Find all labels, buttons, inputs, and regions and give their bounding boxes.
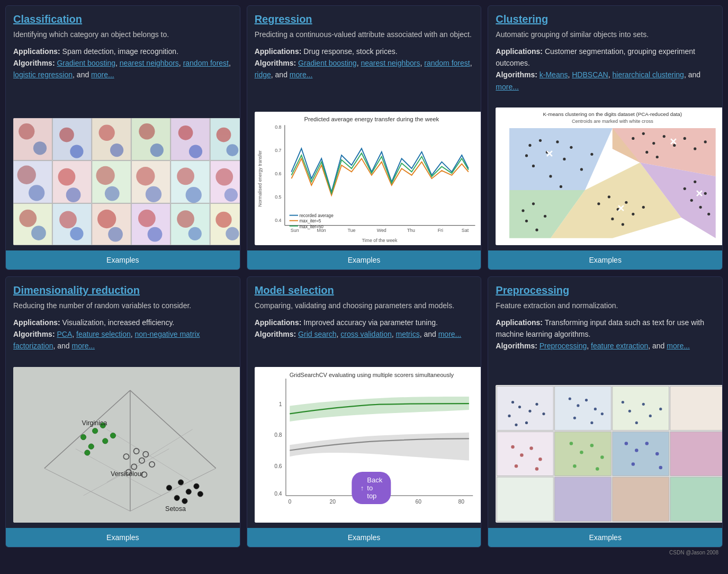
- algo-link-ridge-reg[interactable]: ridge: [255, 70, 271, 79]
- examples-button-model[interactable]: Examples: [247, 528, 481, 547]
- applications-label-clust: Applications:: [496, 47, 543, 56]
- examples-button-preprocessing[interactable]: Examples: [488, 528, 722, 547]
- algo-more-dimred[interactable]: more...: [72, 342, 95, 350]
- card-title-clustering[interactable]: Clustering: [496, 13, 715, 25]
- svg-rect-186: [497, 432, 554, 476]
- card-image-regression: Predicted average energy transfer during…: [255, 112, 482, 245]
- algo-link-prep[interactable]: Preprocessing: [540, 342, 587, 350]
- algo-link-cv[interactable]: cross validation: [340, 330, 392, 338]
- card-meta-model: Applications: Improved accuracy via para…: [255, 317, 474, 340]
- svg-rect-133: [13, 367, 240, 523]
- examples-button-classification[interactable]: Examples: [6, 250, 240, 270]
- examples-button-dimred[interactable]: Examples: [6, 528, 240, 547]
- svg-text:0.7: 0.7: [275, 147, 281, 153]
- svg-rect-192: [613, 477, 669, 521]
- algo-link-gb-reg[interactable]: Gradient boosting: [298, 59, 357, 67]
- algorithms-label-clust: Algorithms:: [496, 70, 537, 79]
- card-dimred: Dimensionality reduction Reducing the nu…: [5, 276, 240, 548]
- back-to-top-button[interactable]: ↑ Back to top: [352, 472, 391, 504]
- svg-point-88: [529, 144, 532, 147]
- algo-link-lr-clf[interactable]: logistic regression: [13, 70, 73, 79]
- card-title-model[interactable]: Model selection: [255, 284, 474, 297]
- svg-text:Versicolour: Versicolour: [111, 470, 143, 478]
- svg-point-116: [632, 213, 635, 216]
- svg-point-36: [224, 189, 238, 202]
- svg-point-218: [539, 458, 542, 461]
- algo-link-rf-reg[interactable]: random forest: [424, 59, 470, 67]
- svg-point-224: [600, 456, 604, 459]
- svg-point-17: [217, 128, 231, 142]
- card-desc-clustering: Automatic grouping of similar objects in…: [496, 30, 715, 40]
- svg-point-123: [704, 192, 707, 195]
- algo-link-fs[interactable]: feature selection: [76, 330, 131, 338]
- svg-point-227: [625, 442, 628, 445]
- card-desc-model: Comparing, validating and choosing param…: [255, 301, 474, 311]
- algo-more-clf[interactable]: more...: [91, 70, 114, 79]
- algorithms-label-model: Algorithms:: [255, 330, 296, 338]
- svg-point-130: [525, 220, 528, 222]
- card-desc-classification: Identifying which category an object bel…: [13, 30, 232, 40]
- watermark-text: CSDN @Jason 2008: [5, 548, 723, 558]
- svg-point-47: [97, 210, 116, 228]
- algo-link-rf-clf[interactable]: random forest: [183, 59, 229, 67]
- algo-more-prep[interactable]: more...: [667, 342, 690, 350]
- svg-point-48: [108, 227, 123, 242]
- card-clustering: Clustering Automatic grouping of similar…: [488, 5, 723, 270]
- svg-point-200: [543, 412, 545, 415]
- svg-point-217: [530, 447, 533, 450]
- svg-rect-182: [497, 387, 554, 431]
- card-title-classification[interactable]: Classification: [13, 13, 232, 25]
- svg-point-199: [525, 421, 528, 424]
- card-meta-dimred: Applications: Visualization, increased e…: [13, 317, 232, 352]
- svg-point-12: [110, 144, 123, 157]
- examples-button-regression[interactable]: Examples: [247, 250, 481, 270]
- examples-button-clustering[interactable]: Examples: [488, 250, 722, 270]
- card-content-model: Model selection Comparing, validating an…: [247, 277, 481, 363]
- algo-link-nn-clf[interactable]: nearest neighbors: [120, 59, 179, 67]
- card-image-classification: [13, 118, 240, 245]
- svg-point-14: [150, 144, 164, 157]
- algo-link-gb-clf[interactable]: Gradient boosting: [57, 59, 115, 67]
- algo-link-hc[interactable]: hierarchical clustering: [613, 70, 684, 79]
- svg-point-219: [515, 464, 518, 468]
- card-title-preprocessing[interactable]: Preprocessing: [496, 284, 715, 297]
- algo-link-fe[interactable]: feature extraction: [591, 342, 648, 350]
- algorithms-label-prep: Algorithms:: [496, 342, 537, 350]
- svg-point-27: [58, 168, 76, 186]
- applications-label: Applications:: [13, 47, 60, 56]
- svg-point-194: [511, 401, 514, 403]
- svg-point-232: [659, 466, 662, 469]
- back-to-top-icon: ↑: [361, 484, 364, 492]
- svg-point-198: [536, 403, 538, 406]
- svg-point-205: [594, 408, 597, 410]
- algo-link-pca[interactable]: PCA: [57, 330, 72, 338]
- algorithms-label-reg: Algorithms:: [255, 59, 296, 67]
- svg-point-159: [92, 428, 97, 433]
- svg-text:Sun: Sun: [291, 228, 299, 233]
- svg-point-49: [138, 210, 156, 227]
- svg-point-94: [563, 158, 566, 160]
- svg-point-10: [70, 145, 83, 158]
- algo-link-km[interactable]: k-Means: [540, 70, 568, 79]
- applications-text-dimred: Visualization, increased efficiency.: [62, 318, 175, 327]
- algo-link-gs[interactable]: Grid search: [298, 330, 336, 338]
- svg-point-148: [182, 498, 187, 504]
- algo-more-model[interactable]: more...: [438, 330, 462, 338]
- card-title-dimred[interactable]: Dimensionality reduction: [13, 284, 232, 297]
- svg-text:0.8: 0.8: [275, 124, 281, 129]
- svg-text:✕: ✕: [695, 189, 703, 199]
- algo-link-nn-reg[interactable]: nearest neighbors: [361, 59, 420, 67]
- card-title-regression[interactable]: Regression: [255, 13, 474, 25]
- svg-text:Setosa: Setosa: [165, 505, 186, 513]
- algorithms-label: Algorithms:: [13, 59, 55, 67]
- algo-link-hdbscan[interactable]: HDBSCAN: [572, 70, 608, 79]
- algo-more-reg[interactable]: more...: [290, 70, 313, 79]
- algo-more-clust[interactable]: more...: [496, 83, 519, 91]
- svg-point-146: [174, 495, 179, 500]
- card-model-selection: Model selection Comparing, validating an…: [247, 276, 482, 548]
- svg-point-28: [66, 187, 81, 202]
- algo-link-metrics[interactable]: metrics: [396, 330, 420, 338]
- svg-point-106: [684, 137, 686, 140]
- svg-point-202: [569, 398, 571, 400]
- svg-point-54: [226, 227, 239, 240]
